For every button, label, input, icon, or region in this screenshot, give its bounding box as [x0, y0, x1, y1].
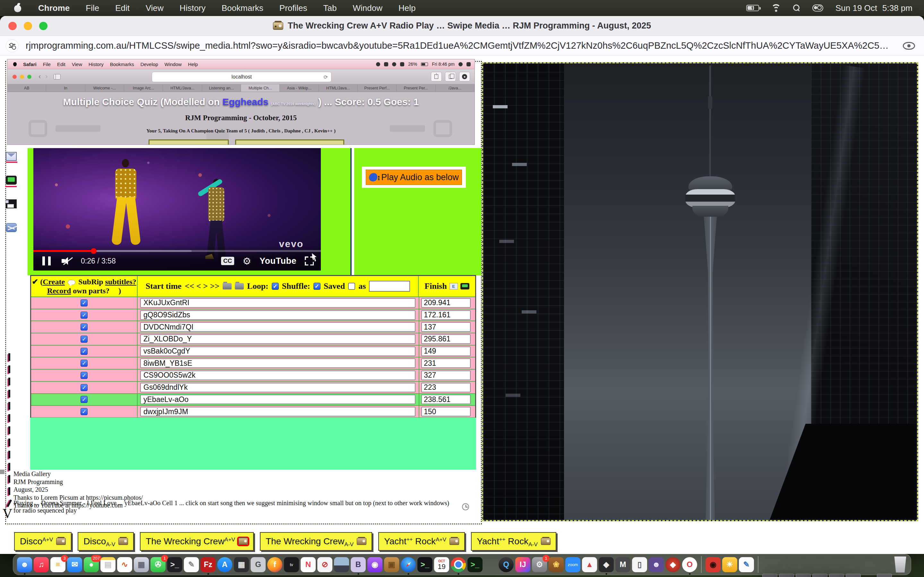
playlist-button[interactable]: Yacht++ RockA+V: [378, 532, 465, 551]
video-id-input[interactable]: [140, 371, 415, 380]
row-checkbox[interactable]: [81, 311, 87, 319]
youtube-video-player[interactable]: vevo 0:26 / 3:58 CC ⚙ YouT: [33, 148, 321, 271]
finish-time-input[interactable]: [421, 322, 471, 332]
control-center-icon[interactable]: [813, 5, 823, 11]
menu-item[interactable]: Bookmarks: [214, 3, 271, 13]
create-link[interactable]: Create: [43, 277, 65, 286]
muted-volume-icon[interactable]: [61, 256, 73, 266]
apple-menu-icon[interactable]: [14, 4, 21, 12]
url-text[interactable]: rjmprogramming.com.au/HTMLCSS/swipe_medi…: [26, 40, 889, 51]
safari[interactable]: [401, 557, 416, 572]
folder-icon[interactable]: [223, 283, 232, 290]
row-checkbox[interactable]: [81, 396, 87, 403]
playlist-button[interactable]: The Wrecking CrewA+V: [140, 532, 254, 551]
video-id-input[interactable]: [140, 395, 415, 404]
site-settings-icon[interactable]: [6, 39, 19, 52]
keynote-lamp[interactable]: ☀: [722, 557, 737, 572]
finish-time-input[interactable]: [421, 407, 471, 416]
intellij-idea[interactable]: IJ: [515, 557, 530, 572]
calendar[interactable]: OCT19: [434, 557, 449, 572]
row-checkbox[interactable]: [81, 324, 87, 330]
saved-as-input[interactable]: [369, 281, 410, 292]
menu-item[interactable]: Tab: [315, 3, 345, 13]
textedit[interactable]: ✎: [184, 557, 199, 572]
contacts-brown[interactable]: ▣: [384, 557, 399, 572]
youtube-logo[interactable]: YouTube: [260, 256, 296, 266]
pager-small-icon[interactable]: [460, 283, 469, 290]
video-id-input[interactable]: [140, 298, 415, 308]
menu-item[interactable]: View: [137, 3, 172, 13]
messages[interactable]: ●207: [84, 557, 99, 572]
minimized-window[interactable]: [813, 574, 827, 577]
menu-item[interactable]: Profiles: [271, 3, 315, 13]
pause-button[interactable]: [42, 256, 51, 266]
terminal-2[interactable]: >_: [417, 557, 433, 572]
finish-time-input[interactable]: [421, 358, 471, 368]
preview-wave[interactable]: ∿: [117, 557, 132, 572]
minimized-window[interactable]: [762, 574, 777, 577]
map-triangle[interactable]: ▲: [582, 557, 597, 572]
seek-arrows[interactable]: << < > >>: [185, 282, 220, 291]
finish-time-input[interactable]: [421, 395, 471, 404]
row-checkbox[interactable]: [81, 348, 87, 355]
spotlight-search-icon[interactable]: [793, 5, 800, 11]
settings-gear-icon[interactable]: ⚙: [242, 255, 251, 267]
pages-doc[interactable]: ✎: [739, 557, 754, 572]
shuffle-checkbox[interactable]: [313, 283, 320, 290]
eye-icon[interactable]: [903, 42, 915, 50]
menu-bar-clock[interactable]: Sun 19 Oct 5:38 pm: [835, 3, 913, 13]
minimized-window[interactable]: [796, 574, 811, 577]
photos-thumb[interactable]: [334, 557, 349, 572]
finish-time-input[interactable]: [421, 334, 471, 344]
settings[interactable]: ⚙1: [532, 557, 547, 572]
trash[interactable]: [893, 556, 907, 572]
loop-checkbox[interactable]: [272, 283, 279, 290]
playlist-button[interactable]: DiscoA+V: [14, 532, 71, 551]
captions-button[interactable]: CC: [221, 257, 234, 265]
app-store[interactable]: A: [217, 557, 232, 572]
minimized-window[interactable]: [846, 574, 861, 577]
bbedit[interactable]: B: [351, 557, 366, 572]
m-app[interactable]: M: [615, 557, 630, 572]
menu-item[interactable]: Edit: [107, 3, 137, 13]
wifi-icon[interactable]: [771, 4, 781, 12]
apple-tv[interactable]: tv: [284, 557, 299, 572]
address-bar[interactable]: rjmprogramming.com.au/HTMLCSS/swipe_medi…: [0, 36, 924, 56]
menu-item[interactable]: Help: [391, 3, 423, 13]
window-title-bar[interactable]: The Wrecking Crew A+V Radio Play … Swipe…: [0, 16, 924, 36]
iphone-keypad[interactable]: ▦: [234, 557, 249, 572]
menu-item[interactable]: File: [78, 3, 107, 13]
row-checkbox[interactable]: [81, 408, 87, 415]
video-id-input[interactable]: [140, 358, 415, 368]
playlist-button[interactable]: The Wrecking CrewA-V: [260, 532, 372, 551]
compose-email-icon[interactable]: [6, 152, 17, 161]
video-progress-bar[interactable]: [33, 250, 321, 252]
news[interactable]: N: [300, 557, 316, 572]
row-checkbox[interactable]: [81, 300, 87, 306]
record-link[interactable]: Record: [47, 287, 71, 295]
row-checkbox[interactable]: [81, 335, 87, 343]
gimp[interactable]: G: [250, 557, 266, 572]
finish-time-input[interactable]: [421, 310, 471, 320]
chrome[interactable]: [451, 557, 466, 572]
inkscape[interactable]: ◆: [599, 557, 614, 572]
filezilla[interactable]: Fz: [200, 557, 216, 572]
video-id-input[interactable]: [140, 322, 415, 332]
finish-time-input[interactable]: [421, 383, 471, 392]
minimized-window[interactable]: [829, 574, 844, 577]
quicktime[interactable]: Q: [499, 557, 514, 572]
video-id-input[interactable]: [140, 407, 415, 416]
podcasts[interactable]: ◉: [367, 557, 383, 572]
card-index-icon[interactable]: [449, 283, 458, 290]
playlist-button[interactable]: DiscoA-V: [78, 532, 134, 551]
notes[interactable]: ▤: [100, 557, 115, 572]
paint-palette[interactable]: ❀: [549, 557, 564, 572]
photo-booth[interactable]: ◉: [706, 557, 720, 572]
row-checkbox[interactable]: [81, 359, 87, 367]
video-id-input[interactable]: [140, 334, 415, 344]
playlist-button[interactable]: Yacht++ RockA-V: [471, 532, 556, 551]
minimized-window[interactable]: [779, 574, 794, 577]
firefox[interactable]: f: [267, 557, 282, 572]
terminal[interactable]: >_: [167, 557, 182, 572]
row-checkbox[interactable]: [81, 372, 87, 379]
